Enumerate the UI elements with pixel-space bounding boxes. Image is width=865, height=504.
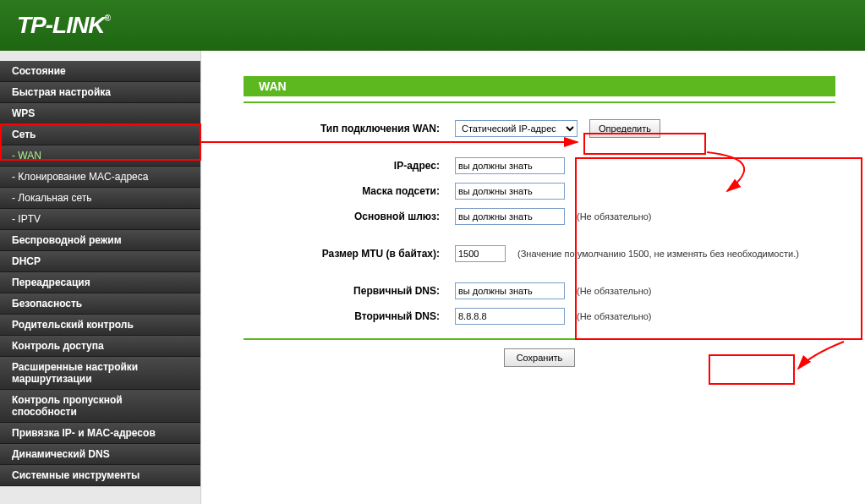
- sidebar-item[interactable]: Состояние: [0, 61, 200, 82]
- sidebar-item[interactable]: DHCP: [0, 251, 200, 272]
- page-title: WAN: [244, 76, 835, 96]
- wan-type-label: Тип подключения WAN:: [244, 123, 455, 134]
- divider: [244, 101, 835, 103]
- wan-type-select[interactable]: Статический IP-адрес: [455, 120, 578, 137]
- sidebar-item[interactable]: Системные инструменты: [0, 465, 200, 486]
- sidebar-subitem[interactable]: - Локальная сеть: [0, 188, 200, 209]
- mtu-input[interactable]: [455, 245, 506, 262]
- dns2-hint: (Не обязательно): [577, 311, 652, 321]
- sidebar: СостояниеБыстрая настройкаWPSСеть- WAN- …: [0, 51, 201, 504]
- sidebar-item[interactable]: Беспроводной режим: [0, 230, 200, 251]
- dns2-input[interactable]: [455, 308, 565, 325]
- sidebar-item[interactable]: WPS: [0, 103, 200, 124]
- dns2-label: Вторичный DNS:: [244, 310, 455, 322]
- gateway-input[interactable]: [455, 208, 565, 225]
- detect-button[interactable]: Определить: [589, 119, 660, 138]
- gateway-hint: (Не обязательно): [577, 211, 652, 222]
- sidebar-item[interactable]: Контроль доступа: [0, 336, 200, 357]
- sidebar-item[interactable]: Контроль пропускной способности: [0, 390, 200, 423]
- dns1-hint: (Не обязательно): [577, 286, 652, 296]
- header: TP-LINK®: [0, 0, 865, 51]
- sidebar-subitem[interactable]: - IPTV: [0, 209, 200, 230]
- main-content: WAN Тип подключения WAN: Статический IP-…: [201, 51, 865, 504]
- sidebar-item[interactable]: Привязка IP- и MAC-адресов: [0, 423, 200, 444]
- sidebar-item[interactable]: Быстрая настройка: [0, 82, 200, 103]
- dns1-label: Первичный DNS:: [244, 285, 455, 297]
- dns1-input[interactable]: [455, 282, 565, 299]
- wan-form: Тип подключения WAN: Статический IP-адре…: [244, 118, 835, 326]
- mask-input[interactable]: [455, 183, 565, 200]
- sidebar-item[interactable]: Переадресация: [0, 272, 200, 293]
- divider: [244, 338, 835, 340]
- sidebar-item[interactable]: Динамический DNS: [0, 444, 200, 465]
- mtu-hint: (Значение по умолчанию 1500, не изменять…: [517, 249, 799, 259]
- save-button[interactable]: Сохранить: [504, 348, 576, 367]
- ip-label: IP-адрес:: [244, 160, 455, 172]
- sidebar-item[interactable]: Расширенные настройки маршрутизации: [0, 357, 200, 390]
- sidebar-item[interactable]: Родительский контроль: [0, 315, 200, 336]
- logo: TP-LINK®: [17, 12, 110, 39]
- sidebar-subitem[interactable]: - WAN: [0, 145, 200, 167]
- mtu-label: Размер MTU (в байтах):: [244, 248, 455, 260]
- sidebar-item[interactable]: Безопасность: [0, 293, 200, 315]
- sidebar-subitem[interactable]: - Клонирование MAC-адреса: [0, 167, 200, 188]
- ip-input[interactable]: [455, 157, 565, 174]
- sidebar-item[interactable]: Сеть: [0, 124, 200, 145]
- mask-label: Маска подсети:: [244, 185, 455, 197]
- gateway-label: Основной шлюз:: [244, 211, 455, 222]
